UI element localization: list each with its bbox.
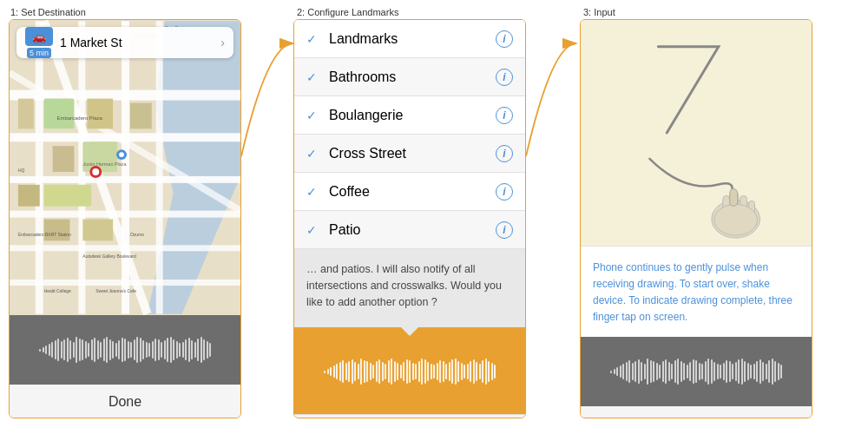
waveform-3 xyxy=(610,354,782,389)
car-icon: 🚗 xyxy=(25,27,53,46)
svg-rect-17 xyxy=(18,99,34,129)
speech-text: … and patios. I will also notify of all … xyxy=(306,263,502,308)
svg-text:Autodesk Gallery Boulevard: Autodesk Gallery Boulevard xyxy=(82,254,136,259)
boulangerie-label: Boulangerie xyxy=(329,108,487,123)
step1-label: 1: Set Destination xyxy=(10,7,86,17)
svg-text:Embarcadero BART Station: Embarcadero BART Station xyxy=(18,233,71,237)
svg-rect-20 xyxy=(130,103,152,129)
svg-text:Ozumo: Ozumo xyxy=(130,233,144,237)
map-view: Embarcadero Plaza Justin Herman Plaza HQ… xyxy=(10,20,240,315)
info-btn-coffee[interactable]: i xyxy=(496,183,513,201)
svg-text:HQ: HQ xyxy=(18,168,25,173)
svg-rect-21 xyxy=(44,220,70,241)
siri-info-box: Phone continues to gently pulse when rec… xyxy=(581,246,812,337)
list-item-patio[interactable]: ✓ Patio i xyxy=(294,211,525,249)
understood-bar: I understood 'Liquor Store' xyxy=(581,406,812,418)
checkmark-patio: ✓ xyxy=(306,223,320,237)
audio-bar-3 xyxy=(581,337,812,406)
svg-text:Justin Herman Plaza: Justin Herman Plaza xyxy=(82,161,127,167)
svg-text:Sweet Joanna's Cafe: Sweet Joanna's Cafe xyxy=(95,289,136,293)
waveform-1 xyxy=(39,332,211,367)
waveform-2 xyxy=(324,354,496,389)
step3-label: 3: Input xyxy=(583,7,615,17)
nav-address: 1 Market St xyxy=(60,36,214,49)
svg-rect-15 xyxy=(82,142,117,172)
panel-configure-landmarks: ✓ Landmarks i ✓ Bathrooms i ✓ Boulangeri… xyxy=(293,19,526,418)
svg-rect-8 xyxy=(36,21,43,313)
map-nav-bar: 🚗 5 min 1 Market St › xyxy=(16,27,233,58)
bathrooms-label: Bathrooms xyxy=(329,69,487,85)
drawing-area xyxy=(581,20,812,246)
cross-street-label: Cross Street xyxy=(329,146,487,161)
list-item-coffee[interactable]: ✓ Coffee i xyxy=(294,173,525,211)
svg-rect-23 xyxy=(18,185,40,207)
done-bar-1[interactable]: Done xyxy=(10,385,240,418)
svg-rect-38 xyxy=(581,21,812,245)
map-svg: Embarcadero Plaza Justin Herman Plaza HQ… xyxy=(10,20,240,315)
checkmark-boulangerie: ✓ xyxy=(306,109,320,122)
info-btn-cross-street[interactable]: i xyxy=(496,145,513,162)
audio-bar-2 xyxy=(294,327,525,414)
audio-bar-1 xyxy=(10,315,240,385)
step2-label: 2: Configure Landmarks xyxy=(297,7,398,17)
checkmark-cross-street: ✓ xyxy=(306,147,320,161)
info-btn-bathrooms[interactable]: i xyxy=(496,69,513,86)
svg-point-35 xyxy=(92,168,99,175)
svg-rect-45 xyxy=(730,189,738,207)
svg-text:Embarcadero Plaza: Embarcadero Plaza xyxy=(57,115,103,121)
list-item-cross-street[interactable]: ✓ Cross Street i xyxy=(294,135,525,173)
speech-bubble: … and patios. I will also notify of all … xyxy=(294,249,525,327)
landmarks-label: Landmarks xyxy=(329,31,487,47)
patio-label: Patio xyxy=(329,222,487,238)
svg-rect-18 xyxy=(53,146,75,172)
list-item-landmarks[interactable]: ✓ Landmarks i xyxy=(294,20,525,58)
checkmark-bathrooms: ✓ xyxy=(306,70,320,84)
nav-chevron-icon: › xyxy=(220,36,225,49)
svg-point-44 xyxy=(714,204,758,235)
info-btn-patio[interactable]: i xyxy=(496,221,513,239)
svg-rect-19 xyxy=(87,99,113,129)
panel-set-destination: Embarcadero Plaza Justin Herman Plaza HQ… xyxy=(9,19,241,418)
list-item-boulangerie[interactable]: ✓ Boulangerie i xyxy=(294,96,525,135)
done-label-1: Done xyxy=(108,394,141,410)
checkmark-coffee: ✓ xyxy=(306,185,320,199)
svg-text:Heald College: Heald College xyxy=(44,289,71,293)
done-bar-2[interactable]: Done xyxy=(294,414,525,418)
bubble-arrow xyxy=(401,327,418,336)
nav-time: 5 min xyxy=(27,48,51,58)
svg-rect-16 xyxy=(44,185,92,207)
svg-rect-14 xyxy=(44,99,75,129)
svg-point-37 xyxy=(119,152,124,157)
list-item-bathrooms[interactable]: ✓ Bathrooms i xyxy=(294,58,525,96)
panel-input: Phone continues to gently pulse when rec… xyxy=(580,19,812,418)
checkmark-landmarks: ✓ xyxy=(306,32,320,46)
svg-rect-22 xyxy=(82,220,113,241)
siri-info-text: Phone continues to gently pulse when rec… xyxy=(593,261,792,323)
info-btn-boulangerie[interactable]: i xyxy=(496,107,513,124)
drawing-svg xyxy=(581,20,812,246)
info-btn-landmarks[interactable]: i xyxy=(496,30,513,48)
coffee-label: Coffee xyxy=(329,184,487,200)
landmarks-list: ✓ Landmarks i ✓ Bathrooms i ✓ Boulangeri… xyxy=(294,20,525,249)
